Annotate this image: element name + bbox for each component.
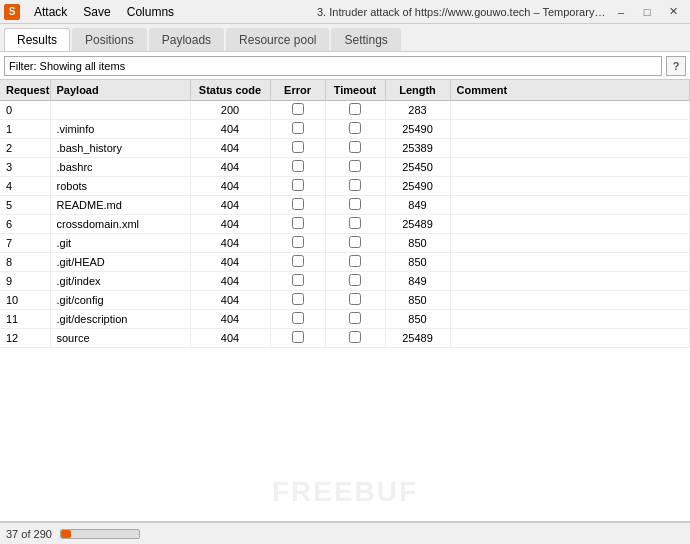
cell-comment	[450, 158, 690, 177]
cell-request: 0	[0, 101, 50, 120]
cell-length: 850	[385, 234, 450, 253]
filter-bar: ?	[0, 52, 690, 80]
cell-payload: .git/index	[50, 272, 190, 291]
table-row[interactable]: 8.git/HEAD404850	[0, 253, 690, 272]
window-title: 3. Intruder attack of https://www.gouwo.…	[317, 6, 608, 18]
status-text: 37 of 290	[6, 528, 52, 540]
table-row[interactable]: 11.git/description404850	[0, 310, 690, 329]
cell-length: 850	[385, 291, 450, 310]
cell-request: 4	[0, 177, 50, 196]
table-row[interactable]: 5README.md404849	[0, 196, 690, 215]
menu-bar: Attack Save Columns	[26, 3, 317, 21]
cell-timeout	[325, 215, 385, 234]
progress-bar-fill	[61, 530, 71, 538]
cell-status_code: 404	[190, 177, 270, 196]
cell-length: 849	[385, 196, 450, 215]
cell-status_code: 404	[190, 272, 270, 291]
cell-timeout	[325, 310, 385, 329]
results-table: Request ▲ Payload Status code Error Time…	[0, 80, 690, 348]
cell-error	[270, 177, 325, 196]
filter-help-button[interactable]: ?	[666, 56, 686, 76]
cell-payload: README.md	[50, 196, 190, 215]
table-row[interactable]: 1.viminfo40425490	[0, 120, 690, 139]
cell-payload: .git/config	[50, 291, 190, 310]
minimize-button[interactable]: –	[608, 0, 634, 24]
tab-settings[interactable]: Settings	[331, 28, 400, 51]
cell-error	[270, 196, 325, 215]
table-header-row: Request ▲ Payload Status code Error Time…	[0, 80, 690, 101]
table-row[interactable]: 4robots40425490	[0, 177, 690, 196]
cell-payload: crossdomain.xml	[50, 215, 190, 234]
cell-length: 849	[385, 272, 450, 291]
menu-save[interactable]: Save	[75, 3, 118, 21]
table-row[interactable]: 2.bash_history40425389	[0, 139, 690, 158]
progress-bar	[60, 529, 140, 539]
table-row[interactable]: 0200283	[0, 101, 690, 120]
cell-length: 850	[385, 310, 450, 329]
table-row[interactable]: 9.git/index404849	[0, 272, 690, 291]
cell-comment	[450, 120, 690, 139]
filter-input[interactable]	[4, 56, 662, 76]
table-row[interactable]: 7.git404850	[0, 234, 690, 253]
cell-timeout	[325, 329, 385, 348]
cell-timeout	[325, 253, 385, 272]
table-body: 02002831.viminfo404254902.bash_history40…	[0, 101, 690, 348]
col-header-comment: Comment	[450, 80, 690, 101]
cell-timeout	[325, 158, 385, 177]
cell-request: 3	[0, 158, 50, 177]
app-icon: S	[4, 4, 20, 20]
cell-length: 25490	[385, 177, 450, 196]
maximize-button[interactable]: □	[634, 0, 660, 24]
cell-payload: source	[50, 329, 190, 348]
cell-request: 6	[0, 215, 50, 234]
tab-resource-pool[interactable]: Resource pool	[226, 28, 329, 51]
cell-status_code: 404	[190, 215, 270, 234]
menu-attack[interactable]: Attack	[26, 3, 75, 21]
table-row[interactable]: 6crossdomain.xml40425489	[0, 215, 690, 234]
cell-error	[270, 120, 325, 139]
cell-status_code: 200	[190, 101, 270, 120]
cell-request: 7	[0, 234, 50, 253]
col-header-request[interactable]: Request ▲	[0, 80, 50, 101]
cell-status_code: 404	[190, 120, 270, 139]
cell-comment	[450, 101, 690, 120]
col-header-error: Error	[270, 80, 325, 101]
cell-comment	[450, 215, 690, 234]
close-button[interactable]: ✕	[660, 0, 686, 24]
tab-positions[interactable]: Positions	[72, 28, 147, 51]
cell-length: 25450	[385, 158, 450, 177]
cell-error	[270, 272, 325, 291]
table-row[interactable]: 10.git/config404850	[0, 291, 690, 310]
cell-length: 283	[385, 101, 450, 120]
col-header-payload: Payload	[50, 80, 190, 101]
cell-request: 8	[0, 253, 50, 272]
cell-error	[270, 139, 325, 158]
cell-length: 25389	[385, 139, 450, 158]
cell-error	[270, 329, 325, 348]
cell-comment	[450, 253, 690, 272]
table-row[interactable]: 3.bashrc40425450	[0, 158, 690, 177]
cell-payload: .git	[50, 234, 190, 253]
cell-comment	[450, 272, 690, 291]
cell-timeout	[325, 101, 385, 120]
cell-timeout	[325, 139, 385, 158]
title-bar: S Attack Save Columns 3. Intruder attack…	[0, 0, 690, 24]
cell-request: 12	[0, 329, 50, 348]
cell-payload: .git/HEAD	[50, 253, 190, 272]
tab-payloads[interactable]: Payloads	[149, 28, 224, 51]
tab-results[interactable]: Results	[4, 28, 70, 51]
table-row[interactable]: 12source40425489	[0, 329, 690, 348]
cell-length: 850	[385, 253, 450, 272]
menu-columns[interactable]: Columns	[119, 3, 182, 21]
cell-timeout	[325, 196, 385, 215]
cell-error	[270, 101, 325, 120]
cell-request: 11	[0, 310, 50, 329]
cell-length: 25489	[385, 329, 450, 348]
cell-status_code: 404	[190, 310, 270, 329]
cell-comment	[450, 196, 690, 215]
cell-payload: robots	[50, 177, 190, 196]
cell-error	[270, 291, 325, 310]
cell-error	[270, 253, 325, 272]
cell-request: 5	[0, 196, 50, 215]
cell-comment	[450, 177, 690, 196]
